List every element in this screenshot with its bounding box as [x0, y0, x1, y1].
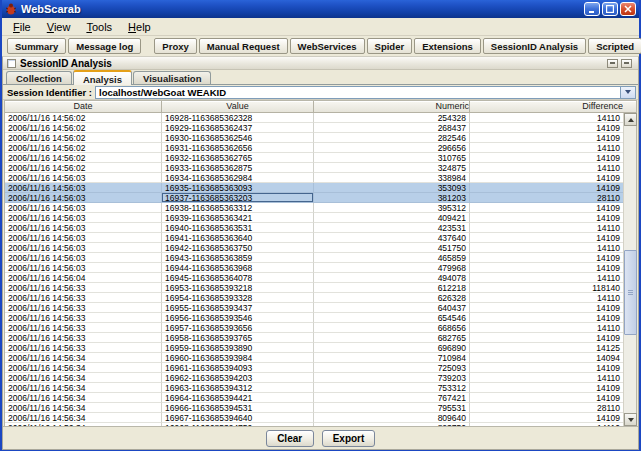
menu-file[interactable]: File — [6, 20, 38, 34]
tab-analysis[interactable]: Analysis — [73, 70, 132, 85]
table-row[interactable]: 2006/11/16 14:56:3416960-116368539398471… — [5, 353, 623, 363]
cell-difference: 14110 — [470, 323, 623, 333]
tab-visualisation[interactable]: Visualisation — [133, 71, 211, 84]
cell-numeric: 338984 — [314, 173, 470, 183]
table-row[interactable]: 2006/11/16 14:56:0316943-116368536385946… — [5, 253, 623, 263]
cell-numeric: 626328 — [314, 293, 470, 303]
export-button[interactable]: Export — [322, 430, 376, 447]
cell-date: 2006/11/16 14:56:33 — [5, 313, 162, 323]
cell-date: 2006/11/16 14:56:03 — [5, 233, 162, 243]
table-row[interactable]: 2006/11/16 14:56:3316959-116368539389069… — [5, 343, 623, 353]
table-row[interactable]: 2006/11/16 14:56:0316940-116368536353142… — [5, 223, 623, 233]
table-row[interactable]: 2006/11/16 14:56:3316958-116368539376568… — [5, 333, 623, 343]
table-row[interactable]: 2006/11/16 14:56:0316938-116368536331239… — [5, 203, 623, 213]
toolbar-button-proxy[interactable]: Proxy — [154, 38, 196, 54]
toolbar-button-extensions[interactable]: Extensions — [414, 38, 481, 54]
cell-difference: 14109 — [470, 313, 623, 323]
window-titlebar[interactable]: WebScarab — [2, 0, 639, 18]
frame-restore-icon[interactable] — [607, 59, 618, 68]
frame-controls — [607, 59, 634, 68]
cell-difference: 14109 — [470, 393, 623, 403]
scrollbar-thumb[interactable] — [624, 250, 637, 335]
toolbar-button-spider[interactable]: Spider — [367, 38, 413, 54]
cell-value: 16929-1163685362437 — [162, 123, 314, 133]
cell-numeric: 395312 — [314, 203, 470, 213]
table-row[interactable]: 2006/11/16 14:56:3416962-116368539420373… — [5, 373, 623, 383]
menu-tools[interactable]: Tools — [79, 20, 119, 34]
cell-value: 16966-1163685394531 — [162, 403, 314, 413]
cell-difference: 14110 — [470, 223, 623, 233]
toolbar-button-webservices[interactable]: WebServices — [290, 38, 365, 54]
table-row[interactable]: 2006/11/16 14:56:3316955-116368539343764… — [5, 303, 623, 313]
column-header-value[interactable]: Value — [162, 101, 314, 113]
table-row[interactable]: 2006/11/16 14:56:0316937-116368536320338… — [5, 193, 623, 203]
table-row[interactable]: 2006/11/16 14:56:0216932-116368536276531… — [5, 153, 623, 163]
minimize-icon[interactable] — [584, 2, 600, 16]
arrow-up-icon — [628, 118, 634, 122]
toolbar-button-summary[interactable]: Summary — [7, 38, 66, 54]
table-row[interactable]: 2006/11/16 14:56:3316954-116368539332862… — [5, 293, 623, 303]
table-row[interactable]: 2006/11/16 14:56:0216933-116368536287532… — [5, 163, 623, 173]
scroll-up-button[interactable] — [624, 113, 637, 126]
cell-value: 16959-1163685393890 — [162, 343, 314, 353]
clear-button[interactable]: Clear — [266, 430, 314, 447]
toolbar-button-sessionid-analysis[interactable]: SessionID Analysis — [483, 38, 586, 54]
column-header-numeric[interactable]: Numeric — [314, 101, 470, 113]
table-row[interactable]: 2006/11/16 14:56:3416964-116368539442176… — [5, 393, 623, 403]
table-row[interactable]: 2006/11/16 14:56:3316953-116368539321861… — [5, 283, 623, 293]
tab-collection[interactable]: Collection — [6, 71, 72, 84]
vertical-scrollbar[interactable] — [623, 113, 636, 426]
frame-maximize-icon[interactable] — [621, 59, 632, 68]
menu-help[interactable]: Help — [121, 20, 158, 34]
toolbar-button-manual-request[interactable]: Manual Request — [199, 38, 288, 54]
column-header-date[interactable]: Date — [5, 101, 162, 113]
table-row[interactable]: 2006/11/16 14:56:0216931-116368536265629… — [5, 143, 623, 153]
table-row[interactable]: 2006/11/16 14:56:3416966-116368539453179… — [5, 403, 623, 413]
table-row[interactable]: 2006/11/16 14:56:0316934-116368536298433… — [5, 173, 623, 183]
table-row[interactable]: 2006/11/16 14:56:0316935-116368536309335… — [5, 183, 623, 193]
cell-date: 2006/11/16 14:56:34 — [5, 393, 162, 403]
cell-value: 16963-1163685394312 — [162, 383, 314, 393]
table-row[interactable]: 2006/11/16 14:56:0216930-116368536254628… — [5, 133, 623, 143]
frame-titlebar[interactable]: SessionID Analysis — [3, 57, 638, 70]
session-identifier-combobox[interactable]: localhost/WebGoat WEAKID — [95, 86, 636, 99]
toolbar-button-message-log[interactable]: Message log — [68, 38, 141, 54]
toolbar-button-scripted[interactable]: Scripted — [588, 38, 641, 54]
table-row[interactable]: 2006/11/16 14:56:3416963-116368539431275… — [5, 383, 623, 393]
cell-difference: 14110 — [470, 143, 623, 153]
cell-difference: 14109 — [470, 123, 623, 133]
table-row[interactable]: 2006/11/16 14:56:3316957-116368539365666… — [5, 323, 623, 333]
footer-button-bar: ClearExport — [3, 426, 638, 449]
table-row[interactable]: 2006/11/16 14:56:0316942-116368536375045… — [5, 243, 623, 253]
table-row[interactable]: 2006/11/16 14:56:0316944-116368536396847… — [5, 263, 623, 273]
cell-date: 2006/11/16 14:56:03 — [5, 223, 162, 233]
cell-difference: 14109 — [470, 263, 623, 273]
cell-numeric: 268437 — [314, 123, 470, 133]
frame-icon — [7, 59, 16, 68]
table-row[interactable]: 2006/11/16 14:56:3416961-116368539409372… — [5, 363, 623, 373]
table-row[interactable]: 2006/11/16 14:56:3416967-116368539464080… — [5, 413, 623, 423]
close-icon[interactable] — [620, 2, 636, 16]
maximize-icon[interactable] — [602, 2, 618, 16]
table-row[interactable]: 2006/11/16 14:56:0416945-116368536407849… — [5, 273, 623, 283]
combo-dropdown-button[interactable] — [620, 87, 635, 98]
cell-value: 16955-1163685393437 — [162, 303, 314, 313]
table-row[interactable]: 2006/11/16 14:56:3316956-116368539354665… — [5, 313, 623, 323]
cell-numeric: 654546 — [314, 313, 470, 323]
cell-difference: 14110 — [470, 373, 623, 383]
cell-difference: 14109 — [470, 303, 623, 313]
cell-difference: 28110 — [470, 403, 623, 413]
menu-view[interactable]: View — [40, 20, 78, 34]
scroll-down-button[interactable] — [624, 413, 637, 426]
cell-numeric: 451750 — [314, 243, 470, 253]
column-header-difference[interactable]: Difference — [470, 101, 623, 113]
table-row[interactable]: 2006/11/16 14:56:0316941-116368536364043… — [5, 233, 623, 243]
table-row[interactable]: 2006/11/16 14:56:0316939-116368536342140… — [5, 213, 623, 223]
cell-difference: 14109 — [470, 183, 623, 193]
cell-value: 16940-1163685363531 — [162, 223, 314, 233]
table-row[interactable]: 2006/11/16 14:56:0216929-116368536243726… — [5, 123, 623, 133]
cell-date: 2006/11/16 14:56:03 — [5, 253, 162, 263]
cell-difference: 14110 — [470, 293, 623, 303]
cell-difference: 118140 — [470, 283, 623, 293]
table-row[interactable]: 2006/11/16 14:56:0216928-116368536232825… — [5, 113, 623, 123]
